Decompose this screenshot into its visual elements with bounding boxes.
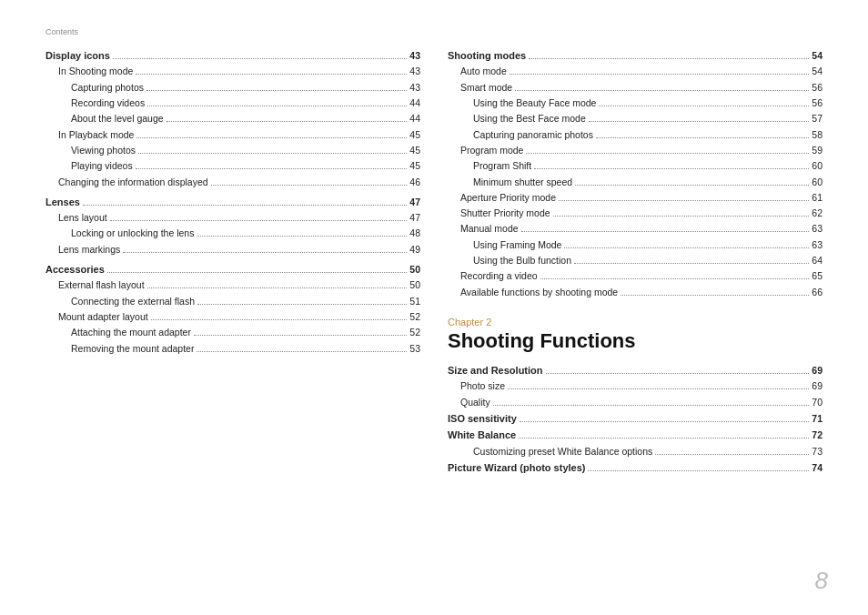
toc-page: 56 — [812, 96, 823, 111]
toc-text: Lens layout — [58, 210, 107, 226]
toc-text: Accessories — [45, 261, 105, 277]
toc-dots — [526, 153, 809, 154]
toc-entry[interactable]: Picture Wizard (photo styles)74 — [448, 459, 823, 476]
toc-entry[interactable]: White Balance72 — [448, 427, 823, 443]
toc-text: Customizing preset White Balance options — [473, 444, 652, 459]
toc-page: 47 — [409, 210, 420, 226]
toc-entry[interactable]: Locking or unlocking the lens48 — [45, 226, 420, 241]
breadcrumb: Contents — [45, 27, 823, 36]
toc-entry[interactable]: Lens markings49 — [45, 242, 420, 257]
toc-entry[interactable]: Lenses47 — [45, 194, 420, 210]
toc-entry[interactable]: Shutter Priority mode62 — [448, 206, 823, 221]
toc-page: 45 — [409, 143, 420, 158]
toc-text: Mount adapter layout — [58, 309, 148, 325]
toc-entry[interactable]: Recording videos44 — [45, 96, 420, 111]
toc-text: Changing the information displayed — [58, 175, 208, 190]
toc-entry[interactable]: Manual mode63 — [448, 221, 823, 237]
toc-page: 74 — [812, 460, 823, 476]
toc-entry[interactable]: Available functions by shooting mode66 — [448, 285, 823, 300]
toc-entry[interactable]: Mount adapter layout52 — [45, 309, 420, 325]
toc-entry[interactable]: Removing the mount adapter53 — [45, 341, 420, 357]
toc-page: 45 — [409, 127, 420, 143]
toc-entry[interactable]: Using the Bulb function64 — [448, 253, 823, 268]
toc-text: Aperture Priority mode — [460, 190, 556, 206]
toc-page: 73 — [812, 444, 823, 459]
toc-text: Minimum shutter speed — [473, 175, 572, 190]
toc-page: 48 — [409, 226, 420, 241]
toc-text: Program mode — [460, 143, 523, 158]
toc-entry[interactable]: Minimum shutter speed60 — [448, 175, 823, 190]
toc-text: Using Framing Mode — [473, 237, 561, 253]
toc-text: Removing the mount adapter — [71, 341, 194, 357]
toc-entry[interactable]: In Playback mode45 — [45, 127, 420, 143]
toc-entry[interactable]: Accessories50 — [45, 261, 420, 277]
toc-text: Using the Beauty Face mode — [473, 96, 596, 111]
toc-text: White Balance — [448, 427, 516, 443]
toc-dots — [138, 153, 407, 154]
toc-page: 44 — [409, 96, 420, 111]
toc-entry[interactable]: Photo size69 — [448, 378, 823, 394]
toc-page: 58 — [812, 127, 823, 143]
toc-entry[interactable]: Recording a video65 — [448, 268, 823, 284]
toc-page: 60 — [812, 158, 823, 174]
toc-text: In Shooting mode — [58, 64, 133, 79]
toc-page: 43 — [409, 48, 420, 64]
toc-entry[interactable]: Capturing panoramic photos58 — [448, 127, 823, 143]
toc-dots — [596, 137, 809, 138]
toc-text: In Playback mode — [58, 127, 134, 143]
toc-page: 56 — [812, 80, 823, 96]
toc-dots — [540, 278, 810, 279]
toc-page: 43 — [409, 64, 420, 79]
toc-page: 71 — [812, 411, 823, 427]
toc-page: 47 — [409, 195, 420, 210]
toc-dots — [493, 405, 810, 406]
toc-entry[interactable]: Connecting the external flash51 — [45, 294, 420, 309]
toc-entry[interactable]: Using the Beauty Face mode56 — [448, 96, 823, 111]
toc-dots — [510, 74, 810, 75]
toc-entry[interactable]: Using the Best Face mode57 — [448, 111, 823, 126]
toc-entry[interactable]: Program Shift60 — [448, 158, 823, 174]
toc-dots — [151, 319, 408, 320]
toc-text: Locking or unlocking the lens — [71, 226, 194, 241]
toc-dots — [599, 106, 809, 106]
toc-entry[interactable]: External flash layout50 — [45, 277, 420, 293]
toc-dots — [520, 421, 810, 422]
toc-entry[interactable]: Display icons43 — [45, 47, 420, 64]
toc-entry[interactable]: Viewing photos45 — [45, 143, 420, 158]
toc-dots — [136, 168, 408, 169]
toc-page: 50 — [409, 262, 420, 277]
toc-dots — [529, 58, 809, 59]
toc-text: Capturing panoramic photos — [473, 127, 593, 143]
toc-entry[interactable]: About the level gauge44 — [45, 111, 420, 126]
toc-entry[interactable]: ISO sensitivity71 — [448, 410, 823, 427]
toc-text: Capturing photos — [71, 80, 144, 96]
toc-entry[interactable]: Shooting modes54 — [448, 47, 823, 64]
toc-text: Connecting the external flash — [71, 294, 195, 309]
toc-page: 59 — [812, 143, 823, 158]
toc-entry[interactable]: Playing videos45 — [45, 158, 420, 174]
toc-entry[interactable]: Customizing preset White Balance options… — [448, 444, 823, 459]
toc-entry[interactable]: Smart mode56 — [448, 80, 823, 96]
toc-entry[interactable]: In Shooting mode43 — [45, 64, 420, 79]
toc-entry[interactable]: Quality70 — [448, 395, 823, 410]
toc-page: 52 — [409, 309, 420, 325]
toc-entry[interactable]: Program mode59 — [448, 143, 823, 158]
toc-page: 70 — [812, 395, 823, 410]
toc-dots — [110, 220, 408, 221]
toc-entry[interactable]: Capturing photos43 — [45, 80, 420, 96]
toc-entry[interactable]: Aperture Priority mode61 — [448, 190, 823, 206]
toc-page: 44 — [409, 111, 420, 126]
toc-entry[interactable]: Lens layout47 — [45, 210, 420, 226]
toc-page: 63 — [812, 237, 823, 253]
toc-entry[interactable]: Changing the information displayed46 — [45, 175, 420, 190]
page-number-corner: 8 — [815, 567, 828, 595]
toc-text: External flash layout — [58, 277, 145, 293]
toc-page: 54 — [812, 48, 823, 64]
toc-page: 46 — [409, 175, 420, 190]
toc-dots — [546, 373, 810, 374]
toc-entry[interactable]: Size and Resolution69 — [448, 362, 823, 378]
toc-entry[interactable]: Auto mode54 — [448, 64, 823, 79]
toc-entry[interactable]: Using Framing Mode63 — [448, 237, 823, 253]
toc-page: 52 — [409, 325, 420, 340]
toc-entry[interactable]: Attaching the mount adapter52 — [45, 325, 420, 340]
